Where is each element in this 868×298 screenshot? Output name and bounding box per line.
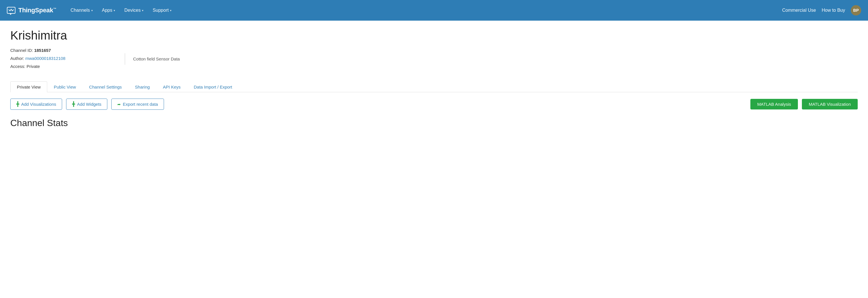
chevron-down-icon: ▾ <box>142 9 144 12</box>
tabs-nav: Private View Public View Channel Setting… <box>10 81 858 92</box>
navbar: ThingSpeak™ Channels ▾ Apps ▾ Devices ▾ … <box>0 0 868 21</box>
plus-icon: ╋ <box>72 102 75 107</box>
export-icon: ➦ <box>117 102 121 107</box>
tab-sharing[interactable]: Sharing <box>128 81 157 92</box>
commercial-use-link[interactable]: Commercial Use <box>782 8 816 13</box>
channel-info: Channel ID: 1851657 Author: mwa000001831… <box>10 47 119 71</box>
nav-item-devices: Devices ▾ <box>120 5 147 15</box>
nav-link-channels[interactable]: Channels ▾ <box>66 5 97 15</box>
chevron-down-icon: ▾ <box>170 9 172 12</box>
nav-link-apps[interactable]: Apps ▾ <box>98 5 119 15</box>
channel-stats-section: Channel Stats <box>10 118 858 128</box>
channel-access-row: Access: Private <box>10 63 119 70</box>
brand-icon <box>7 7 16 14</box>
channel-title: Krishimitra <box>10 29 858 43</box>
toolbar-left: ╋ Add Visualizations ╋ Add Widgets ➦ Exp… <box>10 99 164 110</box>
nav-item-support: Support ▾ <box>149 5 176 15</box>
tab-public-view[interactable]: Public View <box>47 81 83 92</box>
add-visualizations-button[interactable]: ╋ Add Visualizations <box>10 99 62 110</box>
navbar-right: Commercial Use How to Buy BP <box>782 5 861 16</box>
brand-logo[interactable]: ThingSpeak™ <box>7 7 56 14</box>
channel-id-row: Channel ID: 1851657 <box>10 47 119 54</box>
matlab-visualization-button[interactable]: MATLAB Visualization <box>802 99 858 109</box>
add-widgets-button[interactable]: ╋ Add Widgets <box>66 99 107 110</box>
plus-icon: ╋ <box>16 102 19 107</box>
nav-link-support[interactable]: Support ▾ <box>149 5 176 15</box>
channel-id-value: 1851657 <box>34 48 51 53</box>
tabs-section: Private View Public View Channel Setting… <box>10 81 858 92</box>
user-avatar[interactable]: BP <box>851 5 861 16</box>
tab-channel-settings[interactable]: Channel Settings <box>83 81 128 92</box>
tab-api-keys[interactable]: API Keys <box>156 81 187 92</box>
nav-link-devices[interactable]: Devices ▾ <box>120 5 147 15</box>
matlab-analysis-button[interactable]: MATLAB Analysis <box>750 99 798 109</box>
channel-meta: Channel ID: 1851657 Author: mwa000001831… <box>10 47 858 71</box>
brand-svg <box>8 8 14 12</box>
channel-access-value: Private <box>27 64 40 69</box>
toolbar-right: MATLAB Analysis MATLAB Visualization <box>750 99 858 109</box>
nav-menu: Channels ▾ Apps ▾ Devices ▾ Support ▾ <box>66 5 782 15</box>
chevron-down-icon: ▾ <box>91 9 93 12</box>
toolbar: ╋ Add Visualizations ╋ Add Widgets ➦ Exp… <box>10 92 858 115</box>
page-content: Krishimitra Channel ID: 1851657 Author: … <box>0 21 868 128</box>
channel-description: Cotton field Sensor Data <box>125 53 180 65</box>
tab-private-view[interactable]: Private View <box>10 81 47 92</box>
channel-author-link[interactable]: mwa0000018312108 <box>26 56 65 61</box>
nav-item-channels: Channels ▾ <box>66 5 97 15</box>
channel-stats-title: Channel Stats <box>10 118 858 128</box>
brand-name: ThingSpeak™ <box>18 7 56 14</box>
channel-author-row: Author: mwa0000018312108 <box>10 55 119 62</box>
how-to-buy-link[interactable]: How to Buy <box>822 8 845 13</box>
tab-data-import-export[interactable]: Data Import / Export <box>187 81 239 92</box>
export-recent-data-button[interactable]: ➦ Export recent data <box>111 99 164 110</box>
nav-item-apps: Apps ▾ <box>98 5 119 15</box>
chevron-down-icon: ▾ <box>114 9 115 12</box>
